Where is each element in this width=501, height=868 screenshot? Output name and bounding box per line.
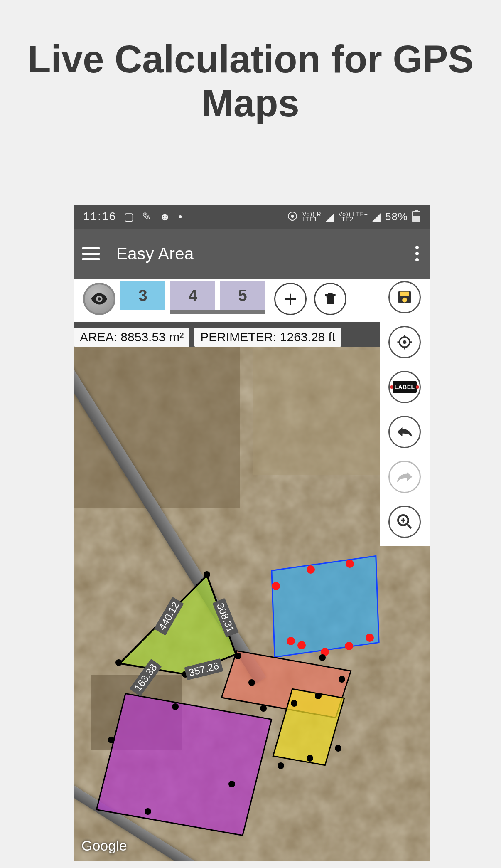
my-location-button[interactable] [388, 326, 421, 358]
vertex[interactable] [248, 679, 255, 686]
android-status-bar: 11:16 ▢ ✎ ☻ • ⦿ Vo)) R LTE1 ◢ Vo)) LTE+ … [74, 205, 430, 229]
vertex[interactable] [339, 676, 345, 683]
visibility-toggle-button[interactable] [83, 283, 115, 315]
vertex[interactable] [278, 762, 284, 769]
vertex[interactable] [260, 705, 267, 712]
vertex[interactable] [204, 571, 210, 578]
app-title: Easy Area [116, 244, 194, 263]
save-button[interactable] [388, 281, 421, 313]
vertex-active[interactable] [366, 634, 374, 642]
delete-shape-button[interactable] [314, 283, 346, 315]
battery-icon [412, 211, 420, 222]
vertex-active[interactable] [346, 560, 354, 568]
more-vertical-icon[interactable] [413, 243, 421, 264]
satellite-map[interactable]: 440.12 308.31 357.26 163.38 Google [74, 347, 430, 861]
vertex[interactable] [315, 693, 322, 699]
whatsapp-icon: ☻ [159, 210, 171, 223]
label-toggle-button[interactable]: LABEL [388, 371, 421, 403]
svg-point-0 [98, 297, 101, 301]
vertex[interactable] [172, 703, 179, 710]
trash-icon [322, 291, 338, 307]
google-attribution: Google [81, 838, 127, 854]
vertex[interactable] [335, 745, 341, 752]
polygon-purple[interactable] [96, 693, 273, 836]
floppy-save-icon [396, 289, 413, 306]
area-readout: AREA: 8853.53 m² [74, 328, 189, 347]
shape-tab-4[interactable]: 4 [170, 281, 215, 310]
phone-frame: 11:16 ▢ ✎ ☻ • ⦿ Vo)) R LTE1 ◢ Vo)) LTE+ … [74, 205, 430, 861]
vertex-active[interactable] [272, 582, 280, 590]
dot-notification-icon: • [178, 210, 182, 223]
marketing-headline: Live Calculation for GPS Maps [0, 0, 501, 126]
redo-arrow-icon [395, 470, 414, 483]
hamburger-menu-icon[interactable] [82, 247, 100, 260]
vertex[interactable] [307, 755, 313, 762]
perimeter-readout: PERIMETER: 1263.28 ft [194, 328, 341, 347]
status-time: 11:16 [83, 210, 116, 223]
signal-1-icon: ◢ [326, 210, 334, 223]
undo-button[interactable] [388, 416, 421, 448]
vertex[interactable] [319, 654, 326, 661]
add-shape-button[interactable] [274, 283, 307, 315]
vertex[interactable] [115, 659, 122, 666]
vertex[interactable] [108, 737, 115, 743]
sim1-label: Vo)) R LTE1 [302, 212, 322, 222]
screenshot-icon: ▢ [124, 210, 135, 223]
eye-icon [90, 289, 109, 308]
side-toolbar: LABEL [380, 279, 430, 546]
vertex-active[interactable] [287, 637, 295, 645]
vertex[interactable] [145, 808, 151, 815]
magnifier-plus-icon [396, 513, 413, 530]
signal-2-icon: ◢ [372, 210, 381, 223]
shape-tab-3[interactable]: 3 [120, 281, 165, 310]
app-bar: Easy Area [74, 229, 430, 279]
vertex[interactable] [291, 700, 297, 707]
crosshair-location-icon [396, 333, 413, 351]
label-chip-icon: LABEL [393, 381, 417, 393]
vertex-active[interactable] [345, 642, 353, 650]
vertex-active[interactable] [307, 565, 315, 574]
edit-icon: ✎ [142, 210, 152, 223]
svg-rect-2 [400, 292, 409, 296]
measurement-readout: AREA: 8853.53 m² PERIMETER: 1263.28 ft [74, 328, 341, 347]
battery-percent: 58% [385, 210, 408, 223]
tab-indicator [170, 310, 265, 314]
shape-tab-row: 3 4 5 [74, 279, 430, 322]
svg-point-5 [403, 340, 407, 344]
vertex[interactable] [228, 781, 235, 787]
sim2-label: Vo)) LTE+ LTE2 [339, 212, 368, 222]
vertex[interactable] [235, 653, 241, 659]
vertex-active[interactable] [297, 641, 306, 649]
redo-button[interactable] [388, 461, 421, 493]
undo-arrow-icon [395, 425, 414, 439]
zoom-button[interactable] [388, 506, 421, 538]
svg-point-3 [402, 298, 407, 303]
location-status-icon: ⦿ [287, 210, 298, 223]
shape-tab-5[interactable]: 5 [220, 281, 265, 310]
